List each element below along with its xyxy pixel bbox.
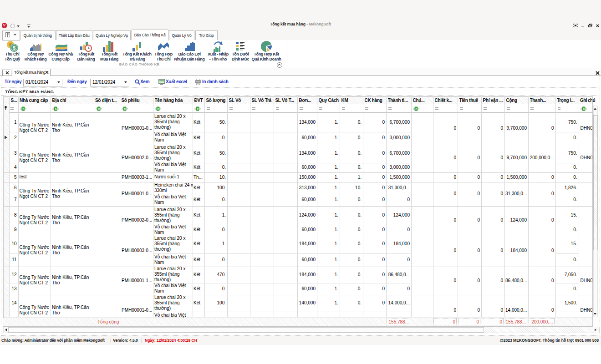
svg-text:b: b [98,107,100,111]
svg-text:c: c [57,107,59,111]
svg-text:a: a [194,107,196,111]
svg-text:a: a [96,107,97,111]
svg-text:a: a [413,107,415,111]
svg-text:c: c [100,107,102,111]
svg-text:b: b [158,107,159,111]
svg-text:c: c [418,107,420,111]
svg-text:c: c [585,107,587,111]
svg-text:b: b [124,107,126,111]
svg-text:a: a [581,107,582,111]
svg-text:c: c [25,107,26,111]
svg-text:b: b [22,107,24,111]
svg-text:a: a [155,107,157,111]
svg-text:$: $ [13,45,15,51]
svg-text:a: a [20,107,22,111]
svg-text:b: b [55,107,57,111]
svg-text:c: c [127,107,128,111]
svg-text:b: b [197,107,199,111]
svg-text:b: b [416,107,418,111]
svg-text:c: c [199,107,201,111]
svg-text:b: b [583,107,585,111]
svg-text:a: a [52,107,54,111]
svg-text:c: c [160,107,162,111]
svg-text:a: a [122,107,123,111]
